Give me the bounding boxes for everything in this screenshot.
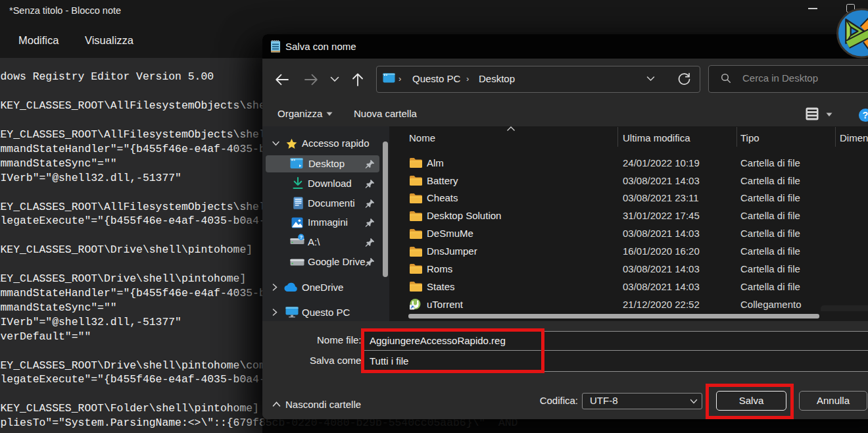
svg-text:?: ? [863,110,868,120]
svg-text:?: ? [300,234,303,240]
